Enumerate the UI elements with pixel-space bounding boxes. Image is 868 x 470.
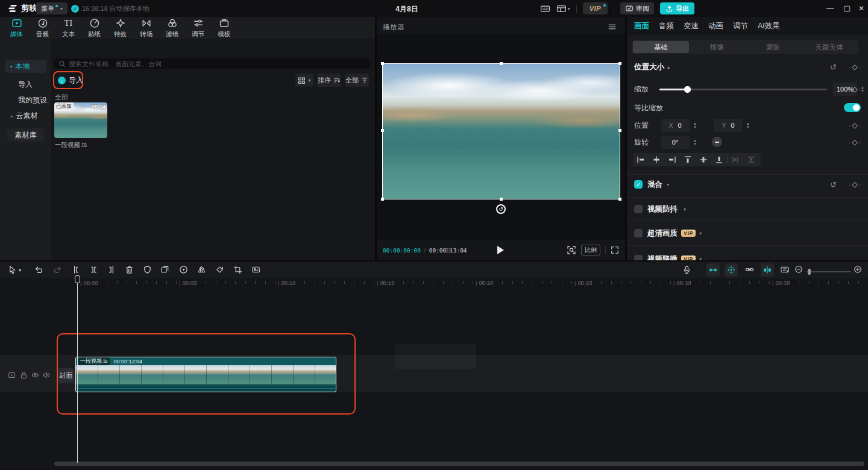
keyframe-next-icon[interactable]: ›	[859, 122, 861, 129]
window-maximize-button[interactable]: ▢	[843, 4, 851, 13]
align-left-button[interactable]	[633, 153, 649, 166]
filter-button[interactable]: 全部	[345, 74, 369, 87]
export-button[interactable]: 导出	[660, 2, 694, 14]
tab-audio-settings[interactable]: 音频	[659, 21, 674, 31]
reset-icon[interactable]: ↺	[830, 63, 837, 72]
align-top-button[interactable]	[680, 153, 696, 166]
keyframe-diamond-icon[interactable]: ◇	[852, 121, 857, 130]
review-button[interactable]: 审阅	[620, 2, 654, 14]
subtab-basic[interactable]: 基础	[633, 41, 689, 53]
video-preview[interactable]	[382, 63, 620, 199]
sort-button[interactable]: 排序	[317, 74, 341, 87]
denoise-checkbox[interactable]	[634, 255, 643, 260]
tab-adjust[interactable]: 调节	[185, 18, 211, 39]
keyframe-prev-icon[interactable]: ‹	[849, 122, 851, 129]
layout-switch-button[interactable]: ▾	[556, 4, 570, 14]
keyframe-diamond-icon[interactable]: ◇	[852, 180, 857, 189]
delete-icon[interactable]	[125, 265, 134, 274]
chevron-down-icon[interactable]: ▾	[699, 231, 702, 236]
tab-adjust-settings[interactable]: 调节	[733, 21, 748, 31]
view-mode-button[interactable]: ▾	[295, 74, 313, 87]
tab-animation[interactable]: 动画	[708, 21, 723, 31]
keyframe-next-icon[interactable]: ›	[859, 139, 861, 146]
search-input[interactable]	[69, 60, 365, 67]
import-button[interactable]: ↓ 导入	[58, 75, 83, 86]
tab-template[interactable]: 模板	[211, 18, 237, 39]
keyframe-next-icon[interactable]: ›	[859, 64, 861, 70]
position-y-stepper[interactable]: ▲▼	[744, 119, 752, 132]
subtab-mask[interactable]: 蒙版	[745, 41, 801, 53]
collapse-caret-icon[interactable]: ▴	[667, 64, 670, 70]
tab-speed[interactable]: 变速	[684, 21, 699, 31]
sidebar-item-library[interactable]: 素材库	[7, 128, 44, 142]
freeze-frame-icon[interactable]	[160, 265, 169, 274]
keyframe-diamond-icon[interactable]: ◇	[852, 63, 857, 71]
record-voice-icon[interactable]	[682, 265, 691, 275]
resize-handle[interactable]	[381, 62, 384, 65]
expand-arrow-icon[interactable]: ▸	[11, 114, 13, 119]
timeline-zoom-slider[interactable]	[807, 271, 851, 272]
cursor-tool-caret[interactable]: ▾	[19, 268, 21, 273]
align-center-horizontal-button[interactable]	[649, 153, 664, 166]
position-x-field[interactable]: X 0	[661, 119, 690, 132]
vip-button[interactable]: VIP	[583, 2, 608, 14]
fullscreen-icon[interactable]	[611, 246, 619, 254]
playhead-line[interactable]	[77, 283, 78, 463]
blend-checkbox[interactable]: ✓	[634, 180, 643, 189]
split-right-icon[interactable]	[107, 265, 116, 274]
preview-zoom-icon[interactable]	[567, 245, 576, 255]
cover-record-icon[interactable]	[780, 265, 790, 274]
keyframe-next-icon[interactable]: ›	[859, 181, 861, 188]
chevron-down-icon[interactable]: ▾	[699, 257, 702, 261]
keyframe-prev-icon[interactable]: ‹	[849, 64, 851, 70]
keyframe-diamond-icon[interactable]: ◇	[852, 85, 857, 93]
keyframe-prev-icon[interactable]: ‹	[849, 139, 851, 146]
play-button[interactable]	[497, 246, 504, 254]
uniform-scale-toggle[interactable]	[844, 103, 861, 112]
align-center-vertical-button[interactable]	[696, 153, 711, 166]
resize-handle[interactable]	[500, 62, 503, 65]
split-icon[interactable]	[89, 265, 98, 274]
rotate-tool-icon[interactable]	[215, 265, 224, 274]
scale-slider[interactable]	[659, 89, 827, 90]
rotate-handle[interactable]: ↺	[496, 204, 506, 214]
cursor-tool-icon[interactable]	[8, 265, 17, 274]
chevron-down-icon[interactable]: ▾	[684, 207, 686, 212]
horizontal-scrollbar[interactable]	[54, 462, 864, 466]
stabilize-checkbox[interactable]	[634, 205, 643, 213]
sidebar-item-import[interactable]: 导入	[18, 80, 33, 90]
split-left-icon[interactable]	[71, 265, 80, 274]
keyframe-prev-icon[interactable]: ‹	[849, 86, 851, 93]
reverse-icon[interactable]	[179, 265, 188, 274]
resize-handle[interactable]	[381, 129, 384, 132]
eye-icon[interactable]	[31, 371, 39, 379]
tab-audio[interactable]: 音频	[30, 18, 55, 39]
expand-arrow-icon[interactable]: ▾	[10, 64, 13, 69]
mirror-icon[interactable]	[197, 265, 206, 274]
keyboard-shortcut-icon[interactable]	[540, 4, 550, 14]
subtab-beauty[interactable]: 美颜美体	[801, 41, 857, 53]
align-bottom-button[interactable]	[711, 153, 727, 166]
zoom-out-icon[interactable]	[794, 265, 803, 274]
mute-icon[interactable]	[42, 371, 50, 379]
matting-icon[interactable]	[251, 265, 261, 274]
resize-handle[interactable]	[618, 198, 621, 201]
slider-knob[interactable]	[684, 86, 691, 93]
undo-icon[interactable]	[34, 265, 43, 274]
mask-icon[interactable]	[143, 265, 152, 274]
hd-quality-checkbox[interactable]	[634, 229, 643, 237]
keyframe-diamond-icon[interactable]: ◇	[852, 138, 857, 146]
align-right-button[interactable]	[664, 153, 680, 166]
zoom-slider-knob[interactable]	[808, 269, 811, 275]
ratio-button[interactable]: 比例	[581, 245, 600, 255]
sidebar-item-presets[interactable]: 我的预设	[18, 95, 47, 105]
sidebar-item-cloud[interactable]: ▸ 云素材	[11, 111, 38, 121]
window-minimize-button[interactable]: —	[826, 4, 834, 13]
snap-toggle[interactable]	[706, 263, 720, 277]
resize-handle[interactable]	[618, 129, 621, 132]
tab-media[interactable]: 媒体	[4, 18, 30, 39]
tab-picture[interactable]: 画面	[634, 21, 649, 31]
keyframe-prev-icon[interactable]: ‹	[849, 181, 851, 188]
tab-ai-effects[interactable]: AI效果	[758, 21, 780, 31]
media-card[interactable]: 已添加 00:14	[54, 102, 107, 138]
